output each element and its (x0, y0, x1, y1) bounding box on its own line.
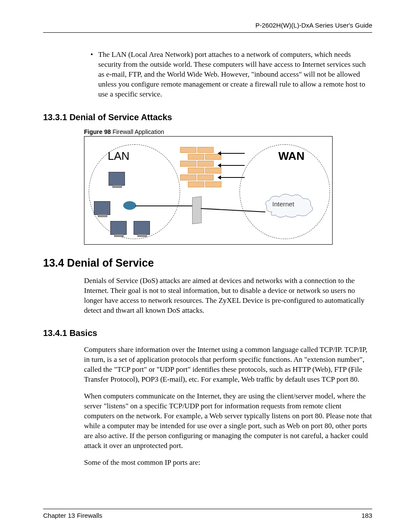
pc-icon (109, 172, 125, 186)
arrow-icon (219, 165, 245, 166)
pc-icon (134, 221, 150, 235)
heading-13-4: 13.4 Denial of Service (43, 257, 372, 269)
page: P-2602H(W)(L)-DxA Series User's Guide • … (0, 0, 411, 532)
guide-title: P-2602H(W)(L)-DxA Series User's Guide (255, 22, 372, 29)
pc-icon (110, 221, 127, 235)
figure-98-rest: Firewall Application (111, 128, 164, 135)
switch-icon (123, 201, 136, 210)
bullet-block: • The LAN (Local Area Network) port atta… (90, 50, 372, 100)
para-13-4-1-b: When computers communicate on the Intern… (84, 392, 372, 451)
para-13-4: Denials of Service (DoS) attacks are aim… (84, 276, 372, 316)
pc-icon (94, 201, 110, 215)
figure-98-diagram: LAN WAN Internet (84, 136, 333, 245)
figure-98-bold: Figure 98 (84, 128, 111, 135)
internet-label: Internet (272, 200, 294, 208)
arrow-icon (219, 153, 245, 154)
para-13-4-1-a: Computers share information over the Int… (84, 345, 372, 385)
lan-label: LAN (108, 149, 130, 163)
arrow-icon (219, 177, 245, 178)
page-header: P-2602H(W)(L)-DxA Series User's Guide (43, 22, 372, 33)
wire (135, 205, 192, 206)
heading-13-4-1: 13.4.1 Basics (43, 328, 372, 338)
figure-98-caption: Figure 98 Firewall Application (84, 128, 372, 135)
firewall-icon (180, 147, 215, 188)
wan-label: WAN (278, 149, 305, 163)
modem-icon (192, 196, 202, 224)
para-13-4-1-c: Some of the most common IP ports are: (84, 458, 372, 468)
heading-13-3-1: 13.3.1 Denial of Service Attacks (43, 112, 372, 122)
page-footer: Chapter 13 Firewalls 183 (43, 509, 372, 519)
footer-chapter: Chapter 13 Firewalls (43, 512, 103, 519)
bullet-text: The LAN (Local Area Network) port attach… (98, 50, 372, 100)
footer-page-number: 183 (361, 512, 372, 519)
bullet-mark: • (90, 50, 98, 100)
